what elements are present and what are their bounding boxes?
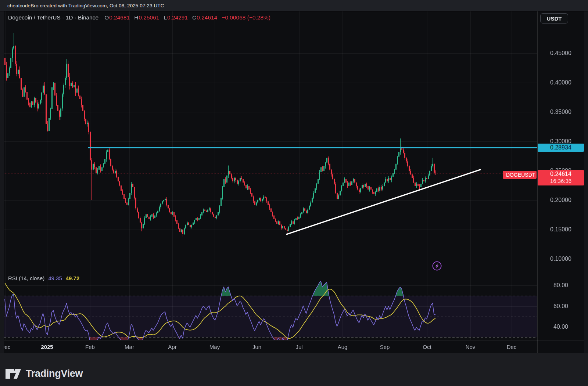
close-value: 0.24614 <box>197 14 217 21</box>
tradingview-logo-text: TradingView <box>26 368 83 379</box>
price-tick-label: 0.10000 <box>537 256 584 262</box>
high-value: 0.25061 <box>139 14 159 21</box>
price-tick-label: 0.20000 <box>537 197 584 203</box>
time-tick-label: May <box>209 344 220 350</box>
time-tick-label: Dec <box>507 344 517 350</box>
time-tick-label: Mar <box>125 344 134 350</box>
price-tick-label: 0.35000 <box>537 109 584 115</box>
low-label: L <box>164 14 167 21</box>
change-value: −0.00068 (−0.28%) <box>222 14 270 21</box>
symbol-legend: Dogecoin / TetherUS · 1D · Binance O0.24… <box>8 14 270 21</box>
chart-canvas[interactable] <box>0 0 588 386</box>
high-label: H <box>134 14 138 21</box>
time-tick-label: Apr <box>168 344 176 350</box>
lightning-icon <box>431 260 442 271</box>
price-tick-label: 0.45000 <box>537 50 584 57</box>
time-tick-label: Jul <box>295 344 302 350</box>
time-tick-label: Jun <box>252 344 261 350</box>
tradingview-snapshot: cheatcodeBro created with TradingView.co… <box>0 0 588 386</box>
left-gutter <box>0 11 4 353</box>
time-tick-label: Feb <box>85 344 95 350</box>
rsi-tick-label: 40.00 <box>537 324 584 330</box>
symbol-price-tag[interactable]: DOGEUSDT <box>503 171 537 179</box>
price-tick-label: 0.15000 <box>537 226 584 233</box>
attribution-text: cheatcodeBro created with TradingView.co… <box>7 3 164 8</box>
tradingview-logo-icon <box>5 369 21 379</box>
rsi-value: 49.35 <box>48 275 62 281</box>
open-value: 0.24681 <box>109 14 130 21</box>
open-label: O <box>104 14 109 21</box>
rsi-tick-label: 80.00 <box>537 282 584 289</box>
attribution-bar: cheatcodeBro created with TradingView.co… <box>0 0 588 11</box>
bar-countdown: 16:36:36 <box>538 178 584 184</box>
time-tick-label: Oct <box>423 344 431 350</box>
time-tick-label: 2025 <box>41 344 53 350</box>
time-tick-label: Nov <box>466 344 476 350</box>
low-value: 0.24291 <box>167 14 188 21</box>
time-tick-label: Sep <box>380 344 390 350</box>
right-gutter <box>584 11 588 353</box>
close-label: C <box>192 14 196 21</box>
boost-icon[interactable] <box>431 260 442 271</box>
rsi-ma-value: 49.72 <box>66 275 80 281</box>
footer-bar: TradingView <box>0 353 588 386</box>
last-price-label[interactable]: 0.24614 16:36:36 <box>538 170 584 185</box>
last-price-value: 0.24614 <box>538 171 584 177</box>
resistance-price-label[interactable]: 0.28934 <box>538 144 584 152</box>
symbol-title[interactable]: Dogecoin / TetherUS · 1D · Binance <box>8 14 98 21</box>
rsi-legend: RSI (14, close) 49.35 49.72 <box>8 275 79 281</box>
rsi-title[interactable]: RSI (14, close) <box>8 275 44 281</box>
price-tick-label: 0.40000 <box>537 79 584 86</box>
rsi-tick-label: 60.00 <box>537 303 584 310</box>
tradingview-logo[interactable]: TradingView <box>5 368 83 379</box>
currency-toggle-button[interactable]: USDT <box>540 13 568 24</box>
time-tick-label: Aug <box>338 344 348 350</box>
ohlc-values: O0.24681 H0.25061 L0.24291 C0.24614 −0.0… <box>104 14 270 21</box>
